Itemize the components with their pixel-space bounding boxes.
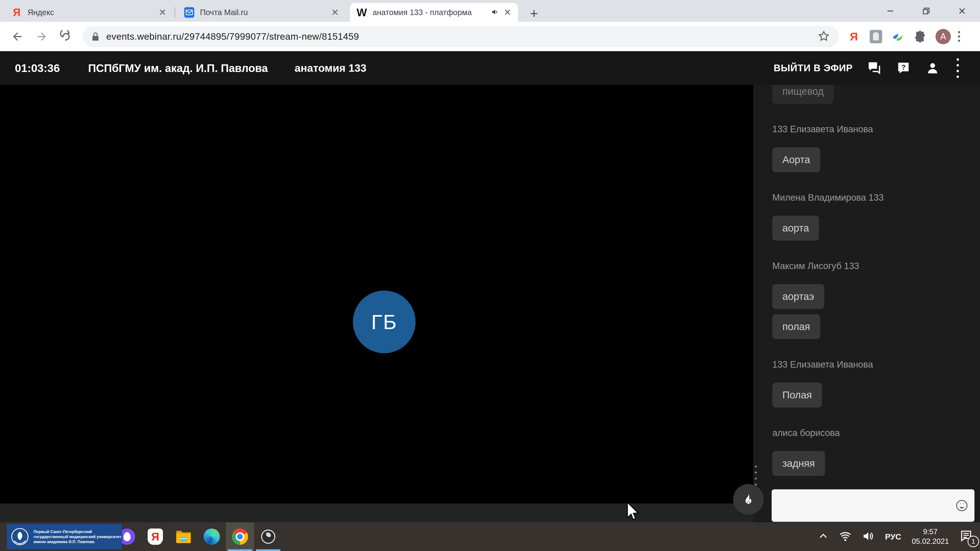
university-emblem-icon	[10, 527, 30, 546]
wifi-icon[interactable]	[839, 530, 851, 543]
tab-close-icon[interactable]: ✕	[331, 7, 339, 18]
help-icon[interactable]: ?	[896, 60, 911, 76]
pointer-extension-icon[interactable]	[869, 30, 883, 43]
reactions-fire-button[interactable]	[733, 484, 764, 514]
tab-yandex[interactable]: Я Яндекс ✕	[5, 3, 173, 22]
yandex-browser-icon: Я	[148, 529, 163, 545]
window-controls	[872, 0, 980, 22]
window-close-button[interactable]	[944, 0, 980, 22]
browser-tab-strip: Я Яндекс ✕ Почта Mail.ru ✕ W анатомия 13…	[0, 0, 980, 22]
webinar-page: 01:03:36 ПСПбГМУ им. акад. И.П. Павлова …	[0, 51, 980, 522]
participants-icon[interactable]	[925, 60, 940, 76]
edge-icon	[204, 529, 220, 545]
webinar-favicon-icon: W	[357, 7, 367, 17]
edge-button[interactable]	[197, 522, 226, 551]
tab-title: Почта Mail.ru	[200, 8, 327, 17]
chat-panel: пищевод133 Елизавета ИвановаАортаМилена …	[753, 85, 980, 522]
chat-bubble[interactable]: пищевод	[772, 85, 834, 104]
mouse-cursor	[625, 501, 639, 522]
university-logo: Первый Санкт-Петербургский государственн…	[7, 524, 122, 549]
tray-time: 9:57	[912, 527, 949, 537]
lock-icon[interactable]	[91, 32, 100, 41]
url-text: events.webinar.ru/29744895/7999077/strea…	[106, 31, 359, 42]
volume-icon[interactable]	[862, 530, 875, 543]
chat-input[interactable]	[772, 500, 955, 511]
chat-author: 133 Елизавета Иванова	[772, 359, 973, 370]
browser-profile-avatar[interactable]: A	[935, 29, 951, 44]
notification-badge: 1	[967, 536, 979, 547]
running-indicator	[228, 549, 252, 551]
chat-message: 133 Елизавета ИвановаПолая	[772, 359, 973, 408]
webinar-menu-icon[interactable]	[954, 58, 961, 78]
chat-author: алиса борисова	[772, 428, 973, 438]
video-stage: ГБ Первый Санкт-Петербургский государств…	[0, 85, 753, 503]
chat-message: алиса борисовазадняя	[772, 428, 973, 476]
chrome-icon	[232, 529, 248, 545]
extensions-puzzle-icon[interactable]	[913, 30, 927, 43]
yandex-extension-icon[interactable]: Я	[847, 30, 861, 43]
notification-center-button[interactable]: 1	[959, 529, 973, 544]
chat-toggle-icon[interactable]	[867, 60, 882, 76]
obs-taskbar-button[interactable]	[254, 522, 282, 551]
chat-bubble[interactable]: аорта	[772, 216, 819, 241]
chat-bubble[interactable]: задняя	[772, 451, 825, 476]
chat-message: пищевод	[772, 85, 973, 104]
tab-title: анатомия 133 - платформа	[372, 8, 488, 17]
fire-icon	[741, 492, 755, 506]
tray-clock[interactable]: 9:57 05.02.2021	[912, 527, 949, 546]
yandex-browser-button[interactable]: Я	[141, 522, 169, 551]
new-tab-button[interactable]: +	[530, 5, 538, 21]
emoji-icon[interactable]	[955, 499, 969, 512]
bookmark-star-icon[interactable]	[817, 30, 830, 43]
organization-title: ПСПбГМУ им. акад. И.П. Павлова	[88, 62, 268, 75]
go-live-button[interactable]: ВЫЙТИ В ЭФИР	[773, 63, 853, 73]
chat-message: Максим Лисогуб 133аортаэполая	[772, 261, 973, 339]
logo-line1: Первый Санкт-Петербургский	[33, 529, 121, 534]
chat-messages[interactable]: пищевод133 Елизавета ИвановаАортаМилена …	[753, 85, 980, 487]
chat-input-box[interactable]	[772, 489, 975, 522]
address-bar[interactable]: events.webinar.ru/29744895/7999077/strea…	[83, 26, 839, 47]
tab-title: Яндекс	[27, 8, 154, 17]
windows-taskbar: Я РУС 9:57 05.02.2021 1	[0, 522, 980, 551]
stream-timer: 01:03:36	[15, 62, 60, 75]
chat-author: Милена Владимирова 133	[772, 192, 973, 203]
obs-icon	[260, 529, 276, 545]
color-extension-icon[interactable]	[891, 30, 905, 43]
window-restore-button[interactable]	[908, 0, 944, 22]
tab-close-icon[interactable]: ✕	[159, 7, 166, 18]
chat-message: 133 Елизавета ИвановаАорта	[772, 124, 973, 172]
logo-line3: имени академика И.П. Павлова	[33, 539, 121, 544]
svg-text:?: ?	[901, 64, 905, 71]
tray-date: 05.02.2021	[912, 537, 949, 546]
mailru-favicon-icon	[184, 7, 194, 17]
language-indicator[interactable]: РУС	[885, 532, 901, 541]
chat-author: 133 Елизавета Иванова	[772, 124, 973, 134]
tray-expand-icon[interactable]	[818, 531, 829, 542]
tab-mailru[interactable]: Почта Mail.ru ✕	[178, 3, 345, 22]
yandex-favicon-icon: Я	[12, 7, 22, 17]
browser-menu-icon[interactable]	[958, 31, 960, 42]
chat-bubble[interactable]: Полая	[772, 383, 822, 408]
reload-button[interactable]	[59, 30, 73, 43]
tab-webinar-active[interactable]: W анатомия 133 - платформа ✕	[350, 3, 518, 22]
chrome-taskbar-button[interactable]	[226, 522, 254, 551]
tab-audio-icon[interactable]	[491, 8, 500, 17]
back-button[interactable]	[10, 30, 24, 43]
chat-bubble[interactable]: Аорта	[772, 147, 820, 172]
room-title: анатомия 133	[294, 62, 366, 75]
chat-bubble[interactable]: аортаэ	[772, 284, 824, 309]
window-minimize-button[interactable]	[872, 0, 908, 22]
logo-line2: государственный медицинский университет	[33, 534, 121, 539]
browser-toolbar: events.webinar.ru/29744895/7999077/strea…	[0, 22, 980, 51]
system-tray: РУС 9:57 05.02.2021 1	[818, 527, 973, 546]
tab-separator	[175, 7, 175, 17]
forward-button[interactable]	[35, 30, 49, 43]
webinar-header: 01:03:36 ПСПбГМУ им. акад. И.П. Павлова …	[0, 51, 980, 85]
chat-message: Милена Владимирова 133аорта	[772, 192, 973, 241]
file-explorer-button[interactable]	[169, 522, 197, 551]
chat-author: Максим Лисогуб 133	[772, 261, 973, 271]
speaker-avatar: ГБ	[353, 291, 415, 353]
chat-bubble[interactable]: полая	[772, 314, 820, 339]
running-indicator	[256, 549, 280, 551]
tab-close-icon[interactable]: ✕	[504, 7, 511, 18]
